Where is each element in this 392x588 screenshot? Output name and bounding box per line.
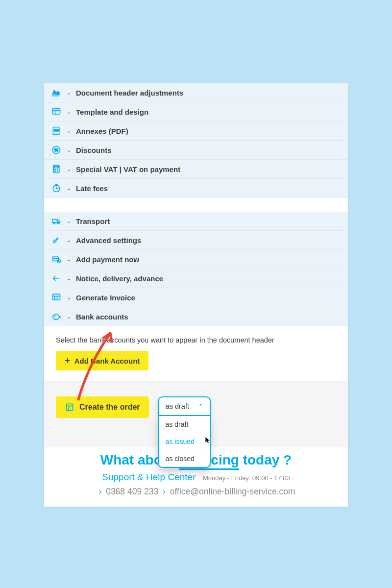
svg-rect-35	[66, 404, 73, 410]
svg-point-20	[53, 222, 55, 224]
accordion-item-transport[interactable]: ⌄ Transport	[44, 212, 348, 231]
payment-icon	[51, 254, 62, 265]
section-gap	[44, 198, 348, 212]
svg-text:PDF: PDF	[54, 129, 60, 132]
accordion-label: Template and design	[76, 108, 148, 116]
svg-text:Aa: Aa	[52, 89, 60, 96]
accordion-label: Discounts	[76, 146, 112, 154]
status-dropdown: as draft ⌃ as draft as issued as closed	[158, 396, 211, 416]
bullet-icon: ›	[98, 487, 101, 496]
accordion-item-addpayment[interactable]: ⌄ Add payment now	[44, 250, 348, 269]
dropdown-selected: as draft	[166, 402, 189, 410]
headline-suffix: today ?	[239, 452, 292, 467]
wrench-icon	[51, 235, 62, 245]
svg-rect-27	[53, 294, 60, 300]
create-row: Create the order as draft ⌃ as draft as …	[56, 396, 336, 418]
accordion-item-document-header[interactable]: Aa ⌄ Document header adjustments	[44, 83, 348, 102]
accordion-label: Annexes (PDF)	[76, 127, 128, 135]
chevron-down-icon: ⌄	[67, 166, 71, 172]
accordion-label: Bank accounts	[76, 313, 128, 321]
email[interactable]: office@online-billing-service.com	[170, 487, 295, 496]
svg-text:%: %	[54, 147, 58, 152]
svg-point-21	[58, 222, 59, 224]
bank-accounts-body: Select the bank accounts you want to app…	[44, 326, 348, 381]
svg-point-12	[57, 169, 58, 170]
clock-icon	[51, 183, 62, 194]
chevron-down-icon: ⌄	[67, 185, 71, 192]
truck-icon	[51, 216, 62, 226]
accordion-label: Special VAT | VAT on payment	[76, 165, 180, 173]
chevron-down-icon: ⌄	[67, 294, 71, 301]
dropdown-option-label: as issued	[166, 438, 195, 445]
accordion-item-template[interactable]: ⌄ Template and design	[44, 102, 348, 122]
accordion-item-discounts[interactable]: % ⌄ Discounts	[44, 141, 348, 160]
svg-rect-10	[54, 166, 58, 168]
svg-point-11	[55, 169, 56, 170]
svg-point-31	[53, 315, 59, 319]
main-panel: Aa ⌄ Document header adjustments ⌄ Templ…	[44, 83, 348, 507]
chevron-down-icon: ⌄	[67, 275, 71, 282]
dropdown-toggle[interactable]: as draft ⌃	[158, 396, 211, 416]
dropdown-option-label: as draft	[166, 420, 189, 428]
bullet-icon: ›	[163, 487, 166, 496]
chevron-down-icon: ⌄	[67, 109, 71, 115]
accordion-item-annexes[interactable]: PDF ⌄ Annexes (PDF)	[44, 122, 348, 141]
delivery-icon	[51, 273, 62, 284]
accordion-group-1: Aa ⌄ Document header adjustments ⌄ Templ…	[44, 83, 348, 198]
accordion-item-bankaccounts[interactable]: ⌄ Bank accounts	[44, 307, 348, 326]
cursor-icon	[204, 436, 213, 445]
accordion-label: Add payment now	[76, 255, 139, 264]
piggy-icon	[51, 311, 62, 322]
dropdown-option-draft[interactable]: as draft	[159, 416, 210, 433]
accordion-item-latefees[interactable]: ⌄ Late fees	[44, 179, 348, 198]
dropdown-option-label: as closed	[166, 455, 195, 463]
invoice-icon	[51, 292, 62, 303]
chevron-down-icon: ⌄	[67, 256, 71, 263]
chevron-down-icon: ⌄	[67, 128, 71, 134]
bank-help-text: Select the bank accounts you want to app…	[56, 336, 336, 344]
dropdown-menu: as draft as issued as closed	[158, 416, 211, 468]
chevron-up-icon: ⌃	[198, 403, 203, 410]
phone[interactable]: 0368 409 233	[106, 487, 158, 496]
footer-sub: Support & Help Center Monday - Friday: 0…	[56, 472, 336, 483]
chevron-down-icon: ⌄	[67, 314, 71, 320]
template-icon	[51, 106, 62, 117]
accordion-group-2: ⌄ Transport ⌄ Advanced settings ⌄ Add pa…	[44, 212, 348, 326]
accordion-item-invoice[interactable]: ⌄ Generate Invoice	[44, 288, 348, 307]
plus-icon: +	[65, 356, 71, 366]
support-link[interactable]: Support & Help Center	[102, 472, 196, 482]
accordion-label: Notice, delivery, advance	[76, 274, 163, 283]
accordion-label: Generate Invoice	[76, 294, 135, 302]
svg-rect-2	[53, 108, 60, 114]
calculator-icon	[51, 164, 62, 174]
action-section: Create the order as draft ⌃ as draft as …	[44, 381, 348, 447]
chevron-down-icon: ⌄	[67, 90, 71, 96]
create-order-button[interactable]: Create the order	[56, 396, 149, 418]
support-hours: Monday - Friday: 09:00 - 17:00	[203, 474, 290, 482]
accordion-item-vat[interactable]: ⌄ Special VAT | VAT on payment	[44, 160, 348, 179]
accordion-label: Late fees	[76, 184, 108, 193]
footer-contact: › 0368 409 233 › office@online-billing-s…	[56, 487, 336, 497]
svg-point-13	[55, 171, 56, 172]
add-bank-account-button[interactable]: + Add Bank Account	[56, 351, 148, 370]
chevron-down-icon: ⌄	[67, 237, 71, 244]
svg-point-32	[54, 316, 55, 317]
chevron-down-icon: ⌄	[67, 147, 71, 153]
svg-point-14	[57, 171, 58, 172]
document-icon	[65, 402, 74, 412]
accordion-item-advanced[interactable]: ⌄ Advanced settings	[44, 231, 348, 250]
font-icon: Aa	[51, 87, 62, 98]
chevron-down-icon: ⌄	[67, 218, 71, 224]
discount-icon: %	[51, 145, 62, 155]
pdf-icon: PDF	[51, 125, 62, 136]
accordion-label: Advanced settings	[76, 236, 141, 245]
add-bank-account-label: Add Bank Account	[74, 357, 140, 365]
dropdown-option-issued[interactable]: as issued	[159, 433, 210, 450]
create-order-label: Create the order	[79, 403, 140, 412]
accordion-label: Transport	[76, 217, 110, 225]
dropdown-option-closed[interactable]: as closed	[159, 450, 210, 467]
accordion-item-notice[interactable]: ⌄ Notice, delivery, advance	[44, 269, 348, 288]
accordion-label: Document header adjustments	[76, 89, 183, 97]
